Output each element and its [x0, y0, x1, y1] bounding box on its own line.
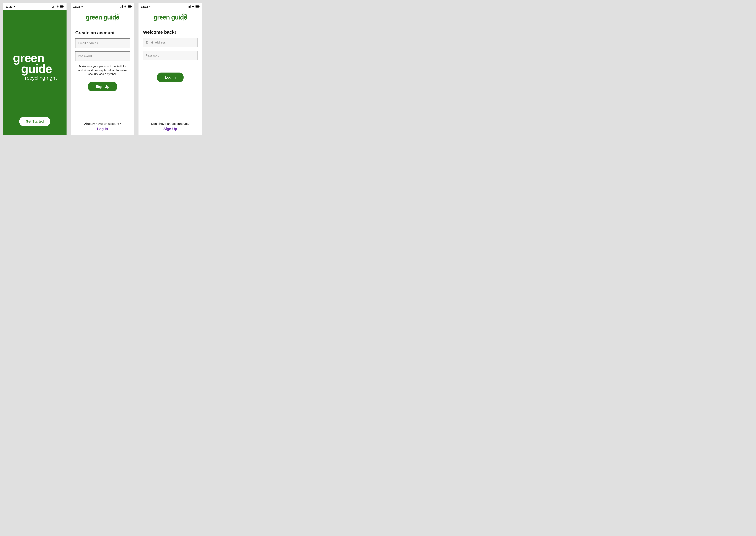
status-time: 12:22 [141, 5, 148, 8]
svg-rect-5 [60, 6, 63, 7]
status-bar: 12:22 [138, 3, 202, 10]
battery-icon [60, 5, 64, 8]
brand-tagline: recycling right [25, 75, 57, 81]
location-icon [81, 5, 83, 8]
svg-rect-3 [54, 5, 55, 8]
brand-word-1: green [13, 52, 57, 63]
status-time: 12:22 [73, 5, 80, 8]
status-bar: 12:22 [71, 3, 134, 10]
brand-word-2: guide [21, 63, 57, 74]
recycle-swirl-icon: recycling right [179, 13, 188, 22]
svg-rect-12 [128, 6, 131, 7]
svg-rect-6 [64, 6, 64, 7]
status-time: 12:22 [5, 5, 13, 8]
svg-rect-19 [196, 6, 199, 7]
brand-logo: green guide recycling right [13, 52, 57, 81]
svg-rect-13 [131, 6, 132, 7]
password-field[interactable] [75, 51, 130, 61]
svg-rect-14 [188, 7, 188, 8]
battery-icon [195, 5, 199, 8]
password-field[interactable] [143, 51, 198, 60]
svg-rect-10 [122, 5, 123, 8]
splash-body: green guide recycling right Get Started [3, 10, 66, 135]
brand-logo-small: green guide recycling right [154, 14, 187, 20]
signup-screen: 12:22 green guide [71, 3, 134, 135]
signup-button[interactable]: Sign Up [88, 82, 117, 91]
logo-badge-text: recycling right [112, 13, 120, 15]
battery-icon [127, 5, 132, 8]
splash-screen: 12:22 green guide recycling right Get St… [3, 3, 66, 135]
email-field[interactable] [143, 38, 198, 47]
alt-prompt-text: Don’t have an account yet? [138, 122, 202, 125]
wifi-icon [192, 5, 195, 8]
location-icon [13, 5, 16, 8]
svg-rect-17 [190, 5, 191, 8]
svg-rect-8 [121, 6, 121, 8]
logo-badge-text: recycling right [180, 13, 188, 15]
status-bar: 12:22 [3, 3, 66, 10]
svg-rect-7 [120, 7, 121, 8]
login-link[interactable]: Log In [97, 127, 108, 131]
signup-link[interactable]: Sign Up [163, 127, 177, 131]
wifi-icon [124, 5, 127, 8]
alt-prompt-text: Already have an account? [71, 122, 134, 125]
cellular-icon [120, 5, 123, 8]
svg-rect-0 [52, 7, 53, 8]
svg-rect-2 [54, 6, 54, 8]
login-button[interactable]: Log In [157, 73, 184, 82]
svg-rect-20 [199, 6, 199, 7]
cellular-icon [52, 5, 55, 8]
email-field[interactable] [75, 38, 130, 48]
location-icon [149, 5, 151, 8]
login-screen: 12:22 green guide [138, 3, 202, 135]
signup-heading: Create an account [75, 30, 130, 35]
get-started-button[interactable]: Get Started [19, 117, 51, 126]
password-hint: Make sure your password has 8 digits and… [75, 64, 130, 76]
recycle-swirl-icon: recycling right [112, 13, 121, 22]
svg-rect-16 [189, 6, 190, 8]
svg-rect-1 [53, 6, 54, 8]
cellular-icon [188, 5, 191, 8]
wifi-icon [56, 5, 59, 8]
brand-logo-small: green guide recycling right [86, 14, 119, 20]
login-heading: Welcome back! [143, 30, 198, 35]
svg-rect-9 [122, 6, 122, 8]
svg-rect-15 [189, 6, 189, 8]
